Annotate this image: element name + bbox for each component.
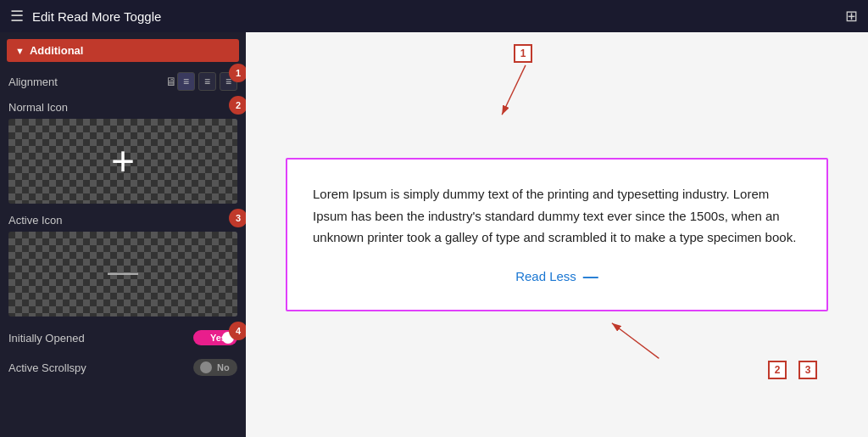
badge-2: 2 [229,96,246,115]
badge-3: 3 [229,209,246,227]
read-less-link[interactable]: Read Less [515,269,576,283]
alignment-row: Alignment 🖥 ≡ ≡ ≡ 1 [0,65,246,98]
toggle-no-label: No [217,362,230,373]
main-layout: ▼ Additional Alignment 🖥 ≡ ≡ ≡ 1 2 Norma… [0,32,868,437]
normal-icon-preview[interactable]: + [8,119,237,204]
widget-box: Lorem Ipsum is simply dummy text of the … [286,158,828,311]
app-header: ☰ Edit Read More Toggle ⊞ [0,0,868,32]
annotation-1: 1 [514,44,532,63]
read-less-minus-icon: — [583,269,598,284]
svg-line-1 [502,65,526,115]
align-left-button[interactable]: ≡ [177,72,195,91]
annotation-3: 3 [798,361,817,379]
section-label: Additional [30,44,84,57]
active-icon-section: 3 Active Icon — [0,210,246,323]
normal-icon-label: Normal Icon [8,101,237,114]
monitor-icon: 🖥 [165,75,177,88]
content-area: Lorem Ipsum is simply dummy text of the … [246,32,868,437]
initially-opened-row: 4 Initially Opened Yes [0,323,246,352]
active-icon-label: Active Icon [8,214,237,227]
active-scrollspy-label: Active Scrollspy [8,361,193,374]
plus-icon: + [111,141,135,182]
toggle-knob [200,361,212,373]
collapse-arrow-icon: ▼ [15,46,25,56]
align-center-button[interactable]: ≡ [198,72,216,91]
sidebar: ▼ Additional Alignment 🖥 ≡ ≡ ≡ 1 2 Norma… [0,32,246,437]
grid-icon[interactable]: ⊞ [845,7,858,25]
active-scrollspy-toggle[interactable]: No [193,359,237,376]
badge-1: 1 [229,64,246,82]
normal-icon-section: 2 Normal Icon + [0,98,246,210]
minus-icon: — [108,256,138,287]
widget-paragraph: Lorem Ipsum is simply dummy text of the … [313,183,801,249]
active-scrollspy-row: Active Scrollspy No [0,352,246,383]
menu-icon[interactable]: ☰ [10,7,24,25]
page-title: Edit Read More Toggle [32,9,837,24]
badge-4: 4 [229,322,246,340]
active-icon-preview[interactable]: — [8,232,237,317]
svg-line-2 [612,323,659,359]
additional-section-header[interactable]: ▼ Additional [7,39,239,62]
toggle-yes-label: Yes [210,333,226,343]
annotation-2: 2 [768,361,787,379]
alignment-label: Alignment [8,76,160,88]
initially-opened-label: Initially Opened [8,332,193,345]
widget-footer: Read Less — [313,269,801,284]
